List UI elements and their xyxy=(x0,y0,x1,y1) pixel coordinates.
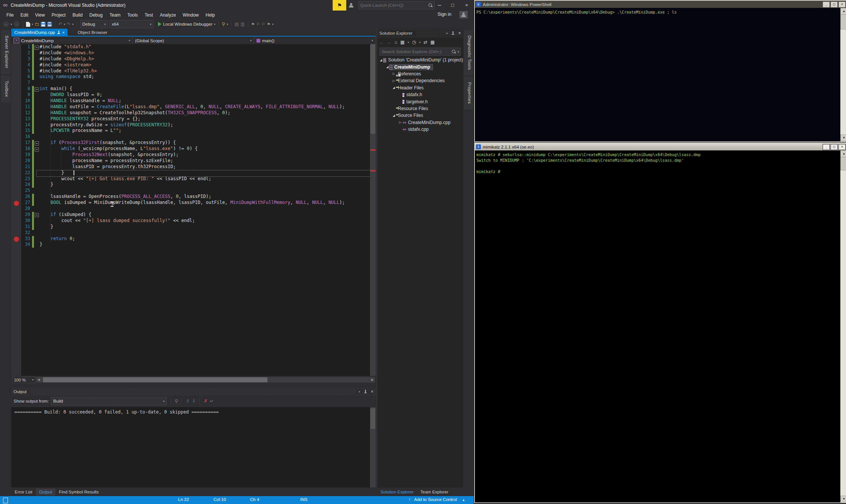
code-line-10[interactable]: 10 HANDLE lsassHandle = NULL; xyxy=(11,98,376,104)
collapse-region-icon[interactable] xyxy=(35,87,39,92)
panel-tab-find-symbol-results[interactable]: Find Symbol Results xyxy=(55,489,102,495)
sidebar-tab-diagnostic-tools[interactable]: Diagnostic Tools xyxy=(464,30,473,75)
pin-icon[interactable] xyxy=(364,390,367,394)
fold-margin[interactable] xyxy=(34,92,40,98)
breakpoint-margin[interactable] xyxy=(11,44,21,376)
code-line-23[interactable]: 23 wcout << "[+] Got lsass.exe PID: " <<… xyxy=(11,176,376,182)
document-tab-createminidump-cpp[interactable]: CreateMiniDump.cpp× xyxy=(11,29,68,36)
pin-icon[interactable] xyxy=(57,31,60,34)
undo-icon[interactable]: ↶ xyxy=(58,21,62,27)
next-bookmark-icon[interactable]: ⚐ xyxy=(262,22,266,27)
panel-tab-output[interactable]: Output xyxy=(36,489,56,495)
code-line-13[interactable]: 13 PROCESSENTRY32 processEntry = {}; xyxy=(11,116,376,122)
editor-zoom-dropdown[interactable]: 100 %▾ xyxy=(12,376,35,383)
fold-margin[interactable] xyxy=(34,44,40,50)
find-in-files-icon[interactable]: ⚲ xyxy=(222,21,225,27)
editor-vertical-scrollbar[interactable] xyxy=(370,44,376,376)
fold-margin[interactable] xyxy=(34,134,40,140)
fold-margin[interactable] xyxy=(34,176,40,182)
fold-margin[interactable] xyxy=(34,62,40,68)
home-icon[interactable]: ⌂ xyxy=(395,40,397,45)
tree-item-header-files[interactable]: ◢Header Files xyxy=(377,84,463,91)
fold-margin[interactable] xyxy=(34,212,40,218)
fold-margin[interactable] xyxy=(34,104,40,110)
new-file-icon[interactable] xyxy=(26,22,30,27)
fold-margin[interactable] xyxy=(34,182,40,188)
filter-dropdown-icon[interactable]: ▾ xyxy=(419,41,421,44)
collapsed-arrow-icon[interactable]: ▷ xyxy=(392,79,396,83)
solution-platform-dropdown[interactable]: x64▾ xyxy=(109,20,154,28)
scroll-down-icon[interactable]: ▼ xyxy=(840,135,846,141)
menu-debug[interactable]: Debug xyxy=(86,11,106,19)
output-panel-header[interactable]: Output ▾ × xyxy=(11,388,376,396)
tree-item-external-dependencies[interactable]: ▷External Dependencies xyxy=(377,77,463,84)
start-debugging-label[interactable]: Local Windows Debugger xyxy=(163,22,212,26)
fold-margin[interactable] xyxy=(34,158,40,164)
minimize-button[interactable]: ─ xyxy=(434,2,445,8)
menu-build[interactable]: Build xyxy=(69,11,86,19)
expanded-arrow-icon[interactable]: ◢ xyxy=(392,86,396,89)
solution-configuration-dropdown[interactable]: Debug▾ xyxy=(80,20,108,28)
fold-margin[interactable] xyxy=(34,224,40,230)
code-line-33[interactable]: 33 return 0; xyxy=(11,236,376,242)
fold-margin[interactable] xyxy=(34,110,40,116)
minimize-button[interactable]: _ xyxy=(823,144,830,150)
previous-bookmark-icon[interactable]: ⚐ xyxy=(256,22,260,27)
fold-margin[interactable] xyxy=(34,56,40,62)
tree-item-createminidump-cpp[interactable]: ▷++CreateMiniDump.cpp xyxy=(377,119,463,126)
fold-margin[interactable] xyxy=(34,98,40,104)
add-to-source-control-button[interactable]: Add to Source Control xyxy=(414,497,457,502)
source-control-expand-icon[interactable]: ▲ xyxy=(462,498,465,502)
open-file-icon[interactable]: 🗀 xyxy=(35,21,39,27)
scrollbar-thumb[interactable] xyxy=(43,377,267,382)
code-line-25[interactable]: 25 xyxy=(11,188,376,194)
powershell-terminal[interactable]: PS C:\experiments\CreateMiniDump\CreateM… xyxy=(475,8,840,141)
next-message-icon[interactable]: ⇩ xyxy=(192,398,196,404)
sidebar-tab-toolbox[interactable]: Toolbox xyxy=(1,75,10,103)
scrollbar-thumb[interactable] xyxy=(840,14,846,29)
code-line-11[interactable]: 11 HANDLE outFile = CreateFile(L"lsass.d… xyxy=(11,104,376,110)
code-line-1[interactable]: 1#include "stdafx.h" xyxy=(11,44,376,50)
feedback-icon[interactable] xyxy=(349,3,354,9)
document-tab-object-browser[interactable]: Object Browser xyxy=(75,29,111,36)
collapsed-arrow-icon[interactable]: ▷ xyxy=(398,121,402,124)
close-button[interactable]: × xyxy=(461,2,472,8)
clear-bookmarks-icon[interactable]: ⚑ xyxy=(267,22,270,27)
save-icon[interactable] xyxy=(41,22,46,27)
panel-tab-team-explorer[interactable]: Team Explorer xyxy=(417,489,452,495)
code-line-21[interactable]: 21 lsassPID = processEntry.th32ProcessID… xyxy=(11,164,376,170)
comment-icon[interactable]: ▤ xyxy=(235,21,239,27)
fold-margin[interactable] xyxy=(34,50,40,56)
tree-item-solution-createminidump-1-project-[interactable]: ◢SSolution 'CreateMiniDump' (1 project) xyxy=(377,57,463,63)
code-line-16[interactable]: 16 xyxy=(11,134,376,140)
navigate-forward-icon[interactable]: → xyxy=(14,21,20,27)
collapse-region-icon[interactable] xyxy=(35,46,39,50)
switch-views-icon[interactable]: ▦ xyxy=(400,40,404,45)
code-line-12[interactable]: 12 HANDLE snapshot = CreateToolhelp32Sna… xyxy=(11,110,376,116)
code-line-18[interactable]: 18 while (_wcsicmp(processName, L"lsass.… xyxy=(11,146,376,152)
code-line-4[interactable]: 4#include <iostream> xyxy=(11,62,376,68)
sidebar-tab-properties[interactable]: Properties xyxy=(464,77,473,109)
scrollbar-thumb[interactable] xyxy=(370,408,375,429)
menu-tools[interactable]: Tools xyxy=(124,11,141,19)
panel-tab-error-list[interactable]: Error List xyxy=(11,489,36,495)
fold-margin[interactable] xyxy=(34,164,40,170)
collapsed-arrow-icon[interactable]: ▷ xyxy=(392,72,396,75)
maximize-button[interactable]: □ xyxy=(831,144,838,150)
code-line-30[interactable]: 30 cout << "[+] lsass dumped successfull… xyxy=(11,218,376,224)
notifications-flag-button[interactable]: ⚑ xyxy=(333,0,346,11)
collapse-region-icon[interactable] xyxy=(35,213,39,217)
fold-margin[interactable] xyxy=(34,140,40,146)
pending-changes-filter-icon[interactable]: ◷ xyxy=(412,40,416,45)
menu-team[interactable]: Team xyxy=(106,11,124,19)
quick-launch-box[interactable] xyxy=(358,1,435,9)
uncomment-icon[interactable]: ▥ xyxy=(240,21,244,27)
menu-edit[interactable]: Edit xyxy=(17,11,32,19)
close-button[interactable]: × xyxy=(838,2,846,8)
code-line-19[interactable]: 19 Process32Next(snapshot, &processEntry… xyxy=(11,152,376,158)
code-line-9[interactable]: 9 DWORD lsassPID = 0; xyxy=(11,92,376,98)
breakpoint-indicator[interactable] xyxy=(14,201,19,206)
breakpoint-indicator[interactable] xyxy=(14,236,19,242)
close-icon[interactable]: × xyxy=(458,31,461,36)
collapse-all-icon[interactable]: ▩ xyxy=(430,40,435,45)
